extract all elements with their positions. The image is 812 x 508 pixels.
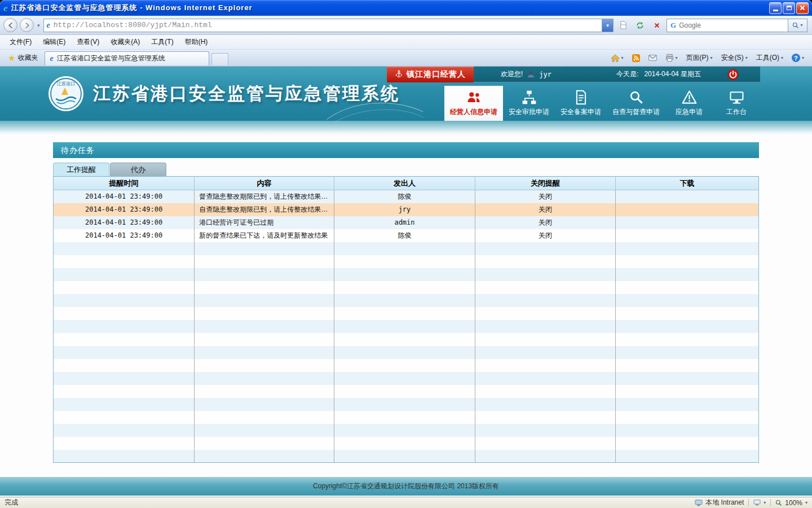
empty-cell xyxy=(616,255,759,268)
empty-cell xyxy=(54,255,195,268)
empty-cell xyxy=(334,268,475,281)
search-box[interactable]: G ▾ xyxy=(667,19,807,32)
browser-tab[interactable]: e 江苏省港口安全监管与应急管理系统 xyxy=(45,51,209,65)
nav-label: 工作台 xyxy=(726,107,747,117)
download-cell xyxy=(616,229,759,242)
address-dropdown[interactable]: ▾ xyxy=(602,19,613,32)
tools-menu-button[interactable]: 工具(O)▾ xyxy=(753,51,787,65)
empty-cell xyxy=(475,424,616,437)
read-mail-button[interactable] xyxy=(645,52,660,63)
stop-icon xyxy=(654,23,660,28)
empty-cell xyxy=(334,242,475,255)
close-reminder-link[interactable]: 关闭 xyxy=(539,205,552,213)
nav-emergency[interactable]: 应急申请 xyxy=(665,86,713,121)
table-header-row: 提醒时间 内容 发出人 关闭提醒 下载 xyxy=(54,177,759,190)
nav-safety-approval[interactable]: 安全审批申请 xyxy=(503,86,555,121)
empty-cell xyxy=(54,242,195,255)
zoom-control[interactable]: 100% ▾ xyxy=(775,499,807,507)
print-button[interactable]: ▾ xyxy=(662,51,681,64)
page-dropdown-icon: ▾ xyxy=(710,55,713,60)
close-reminder-link[interactable]: 关闭 xyxy=(539,192,552,200)
history-dropdown[interactable]: ▾ xyxy=(36,23,41,28)
empty-cell xyxy=(334,437,475,450)
window-title: 江苏省港口安全监管与应急管理系统 - Windows Internet Expl… xyxy=(11,3,253,13)
close-icon xyxy=(800,5,805,11)
menu-file[interactable]: 文件(F) xyxy=(5,36,37,49)
empty-row xyxy=(54,411,759,424)
close-button[interactable] xyxy=(796,2,809,14)
empty-cell xyxy=(195,437,334,450)
org-chart-icon xyxy=(522,90,537,105)
menu-edit[interactable]: 编辑(E) xyxy=(38,36,70,49)
empty-cell xyxy=(475,242,616,255)
empty-cell xyxy=(195,359,334,372)
content-cell: 港口经营许可证号已过期 xyxy=(195,216,334,229)
menu-help[interactable]: 帮助(H) xyxy=(180,36,213,49)
refresh-button[interactable] xyxy=(633,19,647,32)
page-menu-button[interactable]: 页面(P)▾ xyxy=(683,51,716,65)
tab-work-reminder[interactable]: 工作提醒 xyxy=(53,163,109,176)
compatibility-view-button[interactable] xyxy=(616,19,630,32)
empty-cell xyxy=(475,346,616,359)
forward-button[interactable] xyxy=(20,18,34,32)
task-row[interactable]: 2014-04-01 23:49:00自查隐患整改期限已到，请上传整改结果…jr… xyxy=(54,203,759,216)
tools-dropdown-icon: ▾ xyxy=(781,55,783,60)
empty-row xyxy=(54,359,759,372)
zoom-magnifier-icon xyxy=(775,500,782,506)
task-row[interactable]: 2014-04-01 23:49:00新的督查结果已下达，请及时更新整改结果陈俊… xyxy=(54,229,759,242)
empty-cell xyxy=(334,398,475,411)
favorites-button[interactable]: ★ 收藏夹 xyxy=(3,51,42,65)
help-button[interactable]: ?▾ xyxy=(788,51,807,64)
zone-label: 本地 Intranet xyxy=(705,498,744,507)
security-zone: 本地 Intranet xyxy=(695,498,744,507)
nav-operator-info[interactable]: 经营人信息申请 xyxy=(444,86,503,121)
tab-todo[interactable]: 代办 xyxy=(110,163,166,176)
zoom-mode-button[interactable]: ▾ xyxy=(753,500,766,506)
empty-cell xyxy=(334,359,475,372)
nav-label: 安全审批申请 xyxy=(509,107,549,117)
nav-inspection[interactable]: 自查与督查申请 xyxy=(607,86,665,121)
download-cell xyxy=(616,216,759,229)
address-bar[interactable]: e ▾ xyxy=(43,19,614,32)
todo-panel: 待办任务 工作提醒 代办 提醒时间 内容 发出人 关闭提醒 下载 xyxy=(53,142,759,463)
empty-cell xyxy=(54,437,195,450)
feeds-button[interactable] xyxy=(629,52,643,64)
empty-row xyxy=(54,385,759,398)
maximize-button[interactable] xyxy=(783,2,795,14)
nav-safety-filing[interactable]: 安全备案申请 xyxy=(555,86,607,121)
task-row[interactable]: 2014-04-01 23:49:00港口经营许可证号已过期admin关闭 xyxy=(54,216,759,229)
close-reminder-link[interactable]: 关闭 xyxy=(539,218,552,226)
back-button[interactable] xyxy=(3,18,17,32)
stop-button[interactable] xyxy=(650,19,664,32)
svg-text:江苏港口: 江苏港口 xyxy=(56,81,75,86)
address-input[interactable] xyxy=(54,21,602,29)
home-button[interactable]: ▾ xyxy=(607,52,627,64)
role-badge: 镇江港口经营人 xyxy=(387,67,474,82)
sender-cell: admin xyxy=(334,216,475,229)
empty-cell xyxy=(195,333,334,346)
empty-cell xyxy=(475,294,616,307)
minimize-button[interactable] xyxy=(769,2,782,14)
search-input[interactable] xyxy=(679,21,785,29)
search-dropdown-icon: ▾ xyxy=(800,23,802,28)
screen-icon xyxy=(753,500,761,506)
new-tab-stub[interactable] xyxy=(211,53,228,65)
ie-logo-icon: e xyxy=(3,3,8,13)
empty-cell xyxy=(54,424,195,437)
nav-workbench[interactable]: 工作台 xyxy=(713,86,760,121)
anchor-icon xyxy=(395,70,403,78)
close-reminder-link[interactable]: 关闭 xyxy=(539,231,552,239)
empty-cell xyxy=(334,320,475,333)
menu-tools[interactable]: 工具(T) xyxy=(146,36,178,49)
logout-button[interactable] xyxy=(727,69,739,80)
empty-row xyxy=(54,333,759,346)
menu-view[interactable]: 查看(V) xyxy=(72,36,104,49)
empty-cell xyxy=(334,411,475,424)
task-row[interactable]: 2014-04-01 23:49:00督查隐患整改期限已到，请上传整改结果…陈俊… xyxy=(54,190,759,203)
search-button[interactable]: ▾ xyxy=(788,19,807,32)
empty-cell xyxy=(54,398,195,411)
help-icon: ? xyxy=(792,54,800,62)
menu-favorites[interactable]: 收藏夹(A) xyxy=(105,36,145,49)
zoom-dropdown-icon: ▾ xyxy=(805,500,807,505)
safety-menu-button[interactable]: 安全(S)▾ xyxy=(718,51,751,65)
